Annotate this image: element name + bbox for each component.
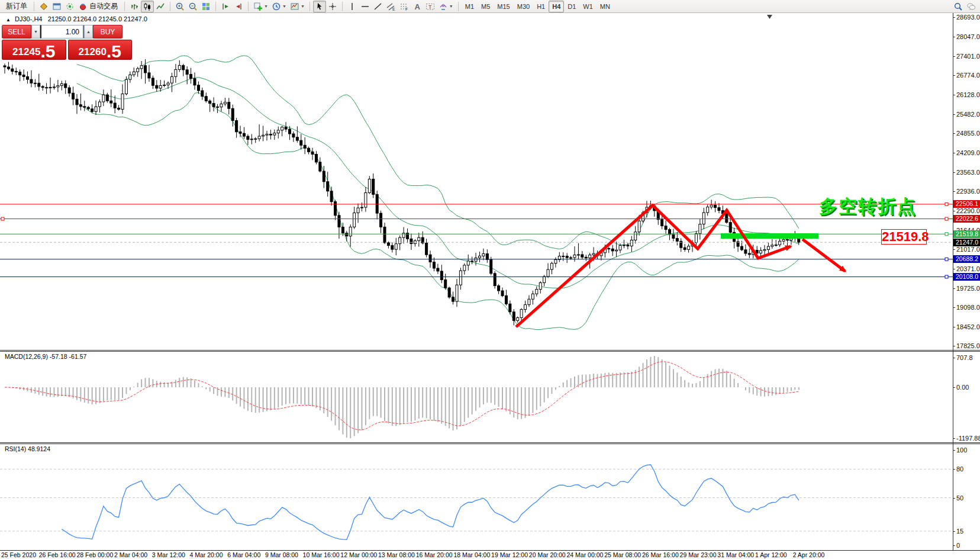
panel-divider (0, 444, 980, 444)
chat-button[interactable] (965, 1, 978, 12)
time-axis-label[interactable]: 1 Apr 12:00 (755, 551, 787, 558)
time-axis-label[interactable]: 29 Mar 23:00 (680, 551, 717, 558)
timeframe-h4[interactable]: H4 (549, 1, 564, 12)
sell-price-display[interactable]: 21245 .5 (2, 40, 66, 60)
time-axis-label[interactable]: 2 Mar 04:00 (114, 551, 147, 558)
chart-shift-button[interactable] (219, 1, 232, 12)
arrows-icon (439, 2, 448, 11)
fibonacci-button[interactable]: F (398, 1, 411, 12)
buy-price-display[interactable]: 21260 .5 (68, 40, 133, 60)
sell-button[interactable]: SELL (2, 25, 31, 38)
label-button[interactable]: T (424, 1, 437, 12)
svg-text:F: F (405, 7, 408, 11)
chart-shift-marker[interactable] (767, 15, 772, 19)
data-window-button[interactable] (50, 1, 63, 12)
timeframe-mn[interactable]: MN (597, 1, 614, 12)
volume-input[interactable] (40, 25, 84, 38)
toolbar-separator (310, 2, 310, 11)
time-axis-label[interactable]: 28 Feb 00:00 (76, 551, 113, 558)
new-order-label: 新订单 (4, 1, 29, 11)
symbol-period-label: DJ30-,H4 (15, 15, 42, 23)
timeframe-m5[interactable]: M5 (478, 1, 494, 12)
timeframe-w1[interactable]: W1 (579, 1, 597, 12)
time-axis-label[interactable]: 10 Mar 16:00 (303, 551, 340, 558)
timeframe-d1[interactable]: D1 (564, 1, 579, 12)
price-callout-box[interactable]: 21519.8 (881, 229, 927, 245)
chevron-down-icon[interactable]: ▼ (301, 4, 305, 8)
buy-button[interactable]: BUY (93, 25, 122, 38)
time-axis-label[interactable]: 26 Mar 16:00 (642, 551, 679, 558)
panel-divider[interactable] (0, 442, 980, 443)
price-tick-label: 24209.0 (956, 149, 980, 156)
time-axis-label[interactable]: 18 Mar 04:00 (453, 551, 490, 558)
support-zone-bar[interactable] (721, 233, 818, 239)
time-axis-label[interactable]: 20 Mar 20:00 (529, 551, 566, 558)
timeframe-m1[interactable]: M1 (462, 1, 478, 12)
channel-button[interactable]: E (385, 1, 398, 12)
text-button[interactable]: A (411, 1, 424, 12)
period-button[interactable]: ▼ (270, 1, 288, 12)
line-chart-button[interactable] (154, 1, 167, 12)
chevron-down-icon[interactable]: ▼ (449, 4, 453, 8)
zoom-out-button[interactable] (186, 1, 199, 12)
time-axis-label[interactable]: 12 Mar 00:00 (340, 551, 377, 558)
price-line-badge: 22022.6 (953, 215, 980, 223)
candlestick-chart-button[interactable] (141, 1, 154, 12)
time-axis-label[interactable]: 31 Mar 04:00 (717, 551, 754, 558)
time-axis-label[interactable]: 2 Apr 20:00 (793, 551, 825, 558)
market-watch-button[interactable] (37, 1, 50, 12)
chinese-annotation[interactable]: 多空转折点 (819, 194, 917, 219)
time-axis-label[interactable]: 6 Mar 04:00 (227, 551, 260, 558)
cursor-icon (315, 2, 324, 11)
bar-chart-button[interactable] (128, 1, 141, 12)
time-axis-label[interactable]: 13 Mar 08:00 (378, 551, 415, 558)
volume-decrease-button[interactable]: ▼ (31, 25, 40, 38)
horizontal-line-button[interactable] (359, 1, 372, 12)
crosshair-icon (328, 2, 337, 11)
timeframe-m15[interactable]: M15 (494, 1, 513, 12)
cursor-button[interactable] (313, 1, 326, 12)
vertical-line-button[interactable] (346, 1, 359, 12)
trendline-button[interactable] (372, 1, 385, 12)
time-axis-label[interactable]: 25 Mar 08:00 (604, 551, 641, 558)
arrows-button[interactable]: ▼ (437, 1, 455, 12)
crosshair-button[interactable] (326, 1, 339, 12)
search-icon (953, 2, 963, 11)
price-chart-canvas[interactable] (0, 0, 980, 559)
price-tick-mark (953, 191, 955, 192)
toolbar-separator (34, 2, 34, 11)
horizontal-lines[interactable] (0, 203, 953, 278)
time-axis-label[interactable]: 25 Feb 2020 (1, 551, 36, 558)
time-axis-label[interactable]: 24 Mar 00:00 (567, 551, 604, 558)
svg-text:T: T (428, 4, 432, 9)
macd-tick-mark (953, 438, 955, 439)
time-axis-label[interactable]: 19 Mar 12:00 (491, 551, 528, 558)
tile-windows-button[interactable] (199, 1, 212, 12)
rsi-tick-label: 15 (956, 528, 963, 535)
time-axis-label[interactable]: 4 Mar 20:00 (190, 551, 223, 558)
auto-scroll-button[interactable] (232, 1, 245, 12)
time-axis-label[interactable]: 3 Mar 12:00 (152, 551, 185, 558)
timeframe-h1[interactable]: H1 (533, 1, 549, 12)
zoom-in-button[interactable] (173, 1, 186, 12)
volume-increase-button[interactable]: ▲ (84, 25, 93, 38)
signals-button[interactable] (63, 1, 76, 12)
panel-divider[interactable] (0, 350, 980, 351)
add-indicator-button[interactable]: ▼ (252, 1, 270, 12)
template-icon (290, 2, 299, 11)
chevron-down-icon[interactable]: ▼ (282, 4, 286, 8)
timeframe-m30[interactable]: M30 (514, 1, 533, 12)
auto-trading-button[interactable]: 自动交易 (76, 1, 121, 12)
template-button[interactable]: ▼ (288, 1, 307, 12)
auto-scroll-icon (234, 2, 243, 11)
fibonacci-icon: F (399, 2, 409, 11)
collapse-panel-icon[interactable]: ▲ (6, 17, 11, 23)
search-button[interactable] (952, 1, 965, 12)
trendline-icon (373, 2, 383, 11)
chevron-down-icon[interactable]: ▼ (264, 4, 268, 8)
time-axis-label[interactable]: 26 Feb 16:00 (39, 551, 76, 558)
data-window-icon (52, 2, 62, 11)
time-axis-label[interactable]: 16 Mar 20:00 (416, 551, 453, 558)
time-axis-label[interactable]: 9 Mar 08:00 (265, 551, 298, 558)
new-order-button[interactable]: 新订单 (2, 1, 31, 12)
